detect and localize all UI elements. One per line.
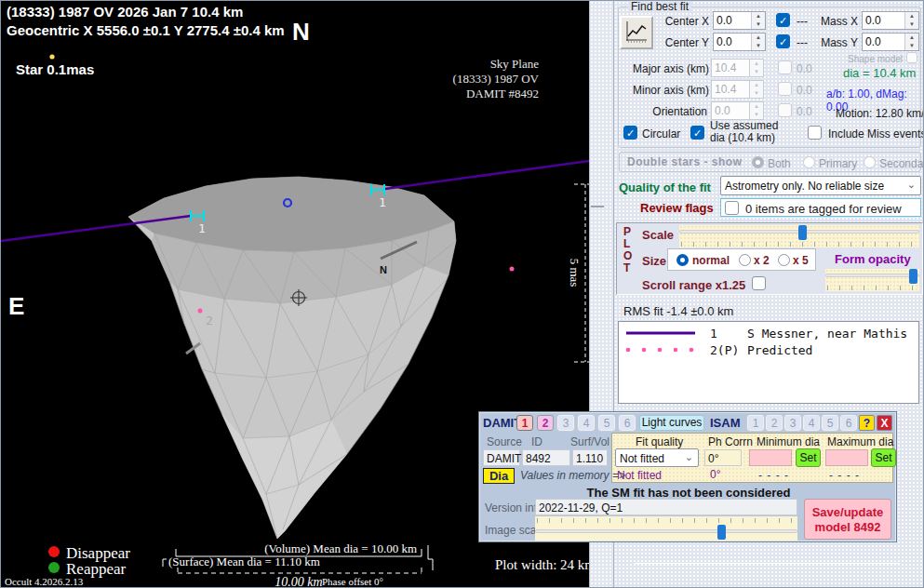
east-direction-label: E [8, 292, 24, 320]
minor-axis-field[interactable]: 10.4 ▲▼ [711, 80, 764, 99]
double-stars-both-label: Both [768, 157, 791, 170]
review-flags-bar: 0 items are tagged for review [720, 198, 921, 217]
scroll-range-checkbox[interactable] [752, 276, 766, 290]
center-y-field[interactable]: 0.0 ▲▼ [713, 33, 766, 51]
svg-text:Predicted: Predicted [747, 343, 812, 357]
center-y-label: Center Y [642, 36, 709, 49]
find-best-fit-title: Find best fit [628, 0, 691, 13]
plot-scale-slider-thumb[interactable] [798, 225, 807, 240]
image-scale-slider-thumb[interactable] [717, 525, 726, 540]
damit-tab-4[interactable]: 4 [578, 415, 595, 431]
damit-tab-2[interactable]: 2 [537, 415, 554, 431]
center-y-linked: --- [797, 36, 808, 49]
plot-size-label: Size [642, 254, 666, 268]
double-stars-group: Double stars - show Both Primary Seconda… [619, 152, 921, 172]
damit-tab-6[interactable]: 6 [619, 415, 636, 431]
dia-button[interactable]: Dia [483, 468, 515, 484]
orientation-checkbox[interactable] [778, 103, 792, 117]
surfvol-field: 1.110 [572, 449, 608, 466]
predicted-chord-dot [198, 309, 203, 314]
svg-text:(18333) 1987 OV: (18333) 1987 OV [453, 72, 540, 86]
use-assumed-dia-checkbox[interactable]: ✓ [690, 126, 704, 140]
image-scale-slider[interactable] [535, 516, 797, 541]
fit-quality-dropdown[interactable]: Not fitted ⌄ [615, 448, 699, 467]
ph-corrn-field[interactable]: 0° [704, 449, 742, 466]
plot-scale-slider[interactable] [679, 225, 919, 247]
memory-ph-corrn: 0° [710, 468, 720, 481]
svg-text:DAMIT #8492: DAMIT #8492 [466, 87, 539, 100]
values-in-memory-label: Values in memory => [520, 469, 625, 482]
circular-label: Circular [642, 127, 680, 140]
include-miss-checkbox[interactable] [808, 126, 822, 140]
mass-y-label: Mass Y [821, 36, 858, 49]
center-y-checkbox[interactable]: ✓ [776, 34, 790, 48]
size-radio-x5[interactable] [778, 254, 790, 266]
help-button[interactable]: ? [859, 415, 875, 431]
review-flags-checkbox[interactable] [725, 201, 739, 215]
double-stars-radio-secondary[interactable] [864, 156, 876, 168]
chord-legend-listbox[interactable]: 1 S Messner, near Mathis 2(P) Predicted [618, 321, 919, 404]
close-button[interactable]: X [877, 415, 892, 431]
svg-text:10.00 km: 10.00 km [275, 575, 322, 588]
damit-tab-3[interactable]: 3 [557, 415, 574, 431]
rms-fit-label: RMS fit -1.4 ±0.0 km [623, 304, 733, 318]
chord2-label: 2 [206, 314, 213, 327]
version-info-field[interactable]: 2022-11-29, Q=1 [535, 499, 797, 515]
mass-x-spinner[interactable]: ▲▼ [904, 12, 918, 29]
max-dia-field[interactable] [825, 449, 868, 466]
minor-axis-checkbox[interactable] [778, 82, 792, 96]
svg-text:Sky Plane: Sky Plane [490, 57, 540, 71]
north-direction-label: N [292, 18, 310, 46]
mass-y-field[interactable]: 0.0 ▲▼ [862, 33, 919, 51]
form-opacity-slider[interactable] [825, 269, 919, 291]
isam-tab-4[interactable]: 4 [803, 415, 820, 431]
isam-tab-6[interactable]: 6 [840, 415, 857, 431]
center-x-checkbox[interactable]: ✓ [776, 13, 790, 27]
col-source: Source [487, 435, 522, 448]
center-y-spinner[interactable]: ▲▼ [751, 33, 765, 50]
svg-text:1: 1 [710, 327, 717, 341]
id-field[interactable]: 8492 [522, 449, 570, 466]
mass-x-field[interactable]: 0.0 ▲▼ [862, 11, 919, 30]
center-x-field[interactable]: 0.0 ▲▼ [713, 11, 766, 30]
size-radio-x2[interactable] [739, 254, 751, 266]
major-axis-field[interactable]: 10.4 ▲▼ [711, 59, 764, 77]
occult-window: N 1 1 2 Star 0.1mas (18333) 1987 OV [0, 0, 924, 588]
source-field: DAMIT [483, 449, 520, 466]
orientation-field[interactable]: 0.0 ▲▼ [711, 101, 764, 120]
double-stars-radio-primary[interactable] [803, 156, 815, 168]
predicted-chord-dot [510, 267, 515, 272]
center-x-spinner[interactable]: ▲▼ [751, 12, 765, 29]
double-stars-radio-both[interactable] [752, 156, 764, 168]
disappear-dot-icon [48, 546, 60, 557]
isam-tab-1[interactable]: 1 [747, 415, 764, 431]
mass-y-spinner[interactable]: ▲▼ [904, 33, 918, 50]
damit-tab-5[interactable]: 5 [598, 415, 615, 431]
isam-tab-3[interactable]: 3 [784, 415, 801, 431]
damit-tab-1[interactable]: 1 [516, 415, 533, 431]
major-axis-checkbox[interactable] [778, 60, 792, 74]
quality-of-fit-label: Quality of the fit [619, 180, 711, 194]
light-curves-button[interactable]: Light curves [639, 415, 704, 431]
isam-tab-2[interactable]: 2 [766, 415, 783, 431]
quality-of-fit-dropdown[interactable]: Astrometry only. No reliable size ⌄ [720, 176, 921, 195]
size-radio-normal[interactable] [676, 254, 689, 266]
plot-size-box: normal x 2 x 5 [667, 248, 816, 271]
form-opacity-slider-thumb[interactable] [909, 269, 917, 284]
center-x-linked: --- [797, 15, 808, 28]
splitter-grip[interactable] [591, 206, 604, 207]
isam-tab-5[interactable]: 5 [822, 415, 838, 431]
size-x2-label: x 2 [754, 254, 770, 267]
min-dia-field[interactable] [749, 449, 792, 466]
panel-divider [635, 563, 900, 564]
circular-checkbox[interactable]: ✓ [623, 126, 637, 140]
save-update-button[interactable]: Save/update model 8492 [804, 499, 891, 540]
shape-model-checkbox[interactable] [906, 52, 917, 63]
shape-model-label: Shape model [800, 54, 903, 64]
plot-vertical-label: PLOT [623, 226, 632, 274]
set-max-dia-button[interactable]: Set [871, 448, 896, 467]
col-max-dia: Maximum dia [827, 435, 893, 448]
set-min-dia-button[interactable]: Set [796, 448, 821, 467]
damit-panel: DAMIT 1 2 3 4 5 6 Light curves ISAM 1 2 … [478, 411, 897, 542]
damit-title: DAMIT [483, 416, 521, 430]
